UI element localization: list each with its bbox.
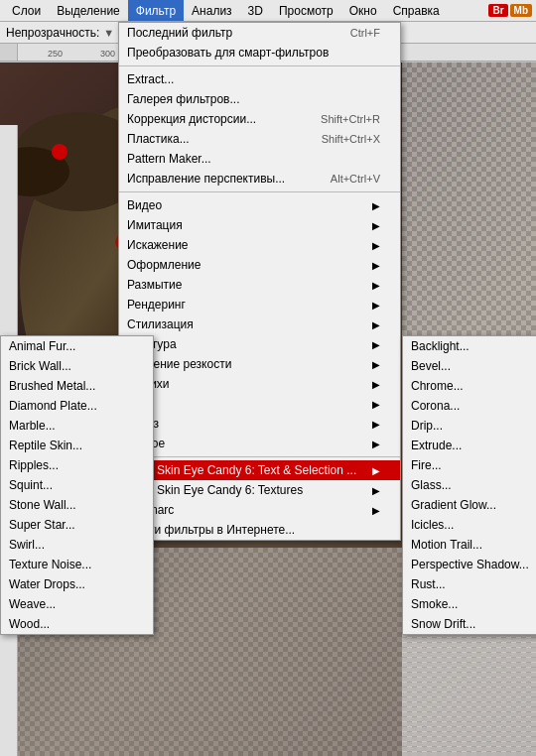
- left-item-7[interactable]: Squint...: [1, 475, 153, 495]
- filter-video[interactable]: Видео ▶: [119, 195, 400, 215]
- filter-perspective[interactable]: Исправление перспективы... Alt+Ctrl+V: [119, 169, 400, 189]
- filter-imitation[interactable]: Имитация ▶: [119, 215, 400, 235]
- filter-sharpen[interactable]: Усиление резкости ▶: [119, 354, 400, 374]
- menu-layers[interactable]: Слои: [4, 0, 49, 21]
- right-item-2[interactable]: Chrome...: [403, 376, 536, 396]
- left-item-9[interactable]: Super Star...: [1, 515, 153, 535]
- badge-br: Br: [488, 4, 507, 17]
- filter-other-arrow: ▶: [372, 439, 380, 449]
- filter-plastic[interactable]: Пластика... Shift+Ctrl+X: [119, 129, 400, 149]
- filter-last-label: Последний фильтр: [127, 26, 232, 40]
- left-item-14[interactable]: Wood...: [1, 614, 153, 634]
- filter-plastic-label: Пластика...: [127, 132, 190, 146]
- filter-render-arrow: ▶: [372, 300, 380, 311]
- menu-filter[interactable]: Фильтр: [128, 0, 184, 21]
- filter-gallery-label: Галерея фильтров...: [127, 92, 239, 106]
- filter-alien-skin-text-arrow: ▶: [372, 465, 380, 476]
- filter-perspective-shortcut: Alt+Ctrl+V: [331, 173, 380, 185]
- left-item-12[interactable]: Water Drops...: [1, 574, 153, 594]
- filter-smart[interactable]: Преобразовать для смарт-фильтров: [119, 43, 400, 63]
- filter-design-label: Оформление: [127, 258, 201, 272]
- filter-pattern[interactable]: Pattern Maker...: [119, 149, 400, 169]
- left-item-10[interactable]: Swirl...: [1, 535, 153, 555]
- filter-texture-arrow: ▶: [372, 339, 380, 350]
- menu-analyze[interactable]: Анализ: [184, 0, 240, 21]
- left-item-2[interactable]: Brushed Metal...: [1, 376, 153, 396]
- ruler-tick-300: 300: [100, 49, 115, 59]
- right-item-3[interactable]: Corona...: [403, 396, 536, 416]
- filter-render[interactable]: Рендеринг ▶: [119, 295, 400, 315]
- right-item-10[interactable]: Motion Trail...: [403, 535, 536, 555]
- right-item-14[interactable]: Snow Drift...: [403, 614, 536, 634]
- left-item-1[interactable]: Brick Wall...: [1, 356, 153, 376]
- left-item-4[interactable]: Marble...: [1, 416, 153, 436]
- menubar: Слои Выделение Фильтр Анализ 3D Просмотр…: [0, 0, 536, 22]
- right-item-12[interactable]: Rust...: [403, 574, 536, 594]
- sep-1: [119, 65, 400, 66]
- menu-view[interactable]: Просмотр: [271, 0, 341, 21]
- filter-render-label: Рендеринг: [127, 298, 186, 312]
- svg-point-3: [52, 144, 67, 160]
- left-item-0[interactable]: Animal Fur...: [1, 336, 153, 356]
- filter-plastic-shortcut: Shift+Ctrl+X: [322, 133, 380, 145]
- filter-distortion-label: Искажение: [127, 238, 189, 252]
- filter-design-arrow: ▶: [372, 260, 380, 271]
- right-item-11[interactable]: Perspective Shadow...: [403, 555, 536, 574]
- filter-last[interactable]: Последний фильтр Ctrl+F: [119, 23, 400, 43]
- right-item-13[interactable]: Smoke...: [403, 594, 536, 614]
- filter-find-online[interactable]: Найти фильтры в Интернете...: [119, 520, 400, 540]
- filter-digimarc-arrow: ▶: [372, 505, 380, 516]
- right-item-1[interactable]: Bevel...: [403, 356, 536, 376]
- filter-stylize[interactable]: Стилизация ▶: [119, 315, 400, 334]
- right-item-8[interactable]: Gradient Glow...: [403, 495, 536, 515]
- left-item-13[interactable]: Weave...: [1, 594, 153, 614]
- filter-alien-skin-textures-arrow: ▶: [372, 485, 380, 496]
- filter-strokes[interactable]: Штрихи ▶: [119, 374, 400, 394]
- filter-other[interactable]: Другое ▶: [119, 434, 400, 453]
- filter-blur[interactable]: Размытие ▶: [119, 275, 400, 295]
- filter-alien-skin-text[interactable]: Alien Skin Eye Candy 6: Text & Selection…: [119, 460, 400, 480]
- filter-alien-skin-textures[interactable]: Alien Skin Eye Candy 6: Textures ▶: [119, 480, 400, 500]
- right-item-5[interactable]: Extrude...: [403, 436, 536, 455]
- left-item-5[interactable]: Reptile Skin...: [1, 436, 153, 455]
- filter-gallery[interactable]: Галерея фильтров...: [119, 89, 400, 109]
- filter-texture[interactable]: Текстура ▶: [119, 334, 400, 354]
- menubar-badges: Br Mb: [488, 4, 532, 17]
- filter-extract[interactable]: Extract...: [119, 69, 400, 89]
- left-item-6[interactable]: Ripples...: [1, 455, 153, 475]
- filter-perspective-label: Исправление перспективы...: [127, 172, 285, 186]
- filter-pattern-label: Pattern Maker...: [127, 152, 211, 166]
- right-item-0[interactable]: Backlight...: [403, 336, 536, 356]
- left-item-11[interactable]: Texture Noise...: [1, 555, 153, 574]
- left-item-3[interactable]: Diamond Plate...: [1, 396, 153, 416]
- filter-smart-label: Преобразовать для смарт-фильтров: [127, 46, 329, 60]
- filter-digimarc[interactable]: Digimarc ▶: [119, 500, 400, 520]
- filter-stylize-label: Стилизация: [127, 317, 194, 331]
- menu-selection[interactable]: Выделение: [49, 0, 128, 21]
- menu-3d[interactable]: 3D: [240, 0, 271, 21]
- opacity-arrow[interactable]: ▼: [103, 27, 114, 39]
- right-item-9[interactable]: Icicles...: [403, 515, 536, 535]
- right-submenu: Backlight... Bevel... Chrome... Corona..…: [402, 335, 536, 635]
- menu-help[interactable]: Справка: [385, 0, 448, 21]
- right-item-6[interactable]: Fire...: [403, 455, 536, 475]
- left-submenu: Animal Fur... Brick Wall... Brushed Meta…: [0, 335, 154, 635]
- filter-strokes-arrow: ▶: [372, 379, 380, 390]
- opacity-label: Непрозрачность:: [6, 26, 99, 40]
- filter-sharpen-arrow: ▶: [372, 359, 380, 370]
- filter-correction-shortcut: Shift+Ctrl+R: [321, 113, 380, 125]
- filter-imitation-label: Имитация: [127, 218, 183, 232]
- right-item-7[interactable]: Glass...: [403, 475, 536, 495]
- filter-distortion[interactable]: Искажение ▶: [119, 235, 400, 255]
- filter-sketch[interactable]: Эскиз ▶: [119, 414, 400, 434]
- right-item-4[interactable]: Drip...: [403, 416, 536, 436]
- filter-correction-label: Коррекция дисторсии...: [127, 112, 256, 126]
- filter-video-label: Видео: [127, 198, 162, 212]
- filter-design[interactable]: Оформление ▶: [119, 255, 400, 275]
- filter-correction[interactable]: Коррекция дисторсии... Shift+Ctrl+R: [119, 109, 400, 129]
- sep-2: [119, 191, 400, 192]
- left-item-8[interactable]: Stone Wall...: [1, 495, 153, 515]
- filter-noise[interactable]: Шум ▶: [119, 394, 400, 414]
- menu-window[interactable]: Окно: [341, 0, 385, 21]
- filter-imitation-arrow: ▶: [372, 220, 380, 231]
